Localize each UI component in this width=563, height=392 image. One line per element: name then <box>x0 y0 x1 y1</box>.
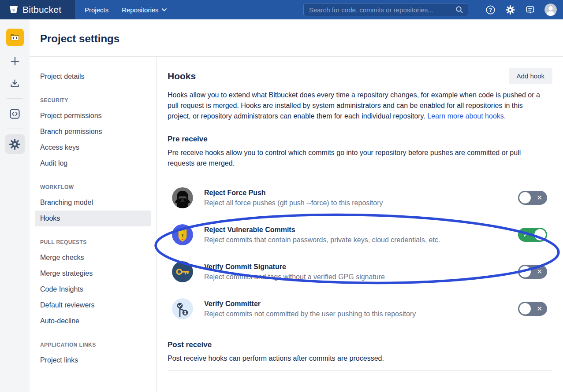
hook-title: Verify Committer <box>204 299 416 309</box>
sidebar-item-branch-permissions[interactable]: Branch permissions <box>35 124 151 140</box>
sidebar-section-security: SECURITY <box>30 93 157 108</box>
settings-sidebar: Project details SECURITY Project permiss… <box>30 57 157 392</box>
sidebar-item-hooks[interactable]: Hooks <box>35 211 151 226</box>
brand-name: Bitbucket <box>22 4 61 15</box>
nav-repositories[interactable]: Repositories <box>122 6 166 14</box>
hook-row-reject-vulnerable-commits: Reject Vulnerable Commits Reject commits… <box>168 216 552 253</box>
sidebar-section-pull-requests: PULL REQUESTS <box>30 235 157 250</box>
toggle-state-icon: ✕ <box>537 268 542 276</box>
global-search[interactable] <box>303 3 468 16</box>
user-avatar[interactable] <box>544 4 557 16</box>
key-avatar <box>172 261 193 282</box>
rail-divider <box>7 129 23 129</box>
nav-projects[interactable]: Projects <box>85 6 108 14</box>
toggle-knob <box>519 303 531 314</box>
gear-icon[interactable] <box>505 4 515 15</box>
sidebar-item-branching-model[interactable]: Branching model <box>35 195 151 211</box>
bitbucket-logo[interactable]: Bitbucket <box>0 0 75 19</box>
sidebar-divider <box>157 57 157 392</box>
icon-rail <box>0 19 30 392</box>
plus-icon[interactable] <box>5 52 25 71</box>
sidebar-item-audit-log[interactable]: Audit log <box>35 155 151 171</box>
pre-receive-hook-list: Reject Force Push Reject all force pushe… <box>168 179 552 327</box>
hook-title: Reject Vulnerable Commits <box>204 225 440 235</box>
bitbucket-logo-icon <box>9 5 19 15</box>
toggle-knob <box>534 229 546 240</box>
toggle-state-icon: ✕ <box>537 194 542 202</box>
hook-toggle[interactable]: ✕ <box>518 265 547 279</box>
search-icon[interactable] <box>455 6 463 14</box>
feedback-icon[interactable] <box>525 4 535 15</box>
toggle-state-icon: ✓ <box>523 231 529 239</box>
project-avatar-folder-code[interactable] <box>6 29 24 46</box>
sidebar-item-merge-strategies[interactable]: Merge strategies <box>35 266 151 281</box>
hook-description: Reject commits that contain passwords, p… <box>204 235 440 245</box>
hook-description: Reject commits not committed by the user… <box>204 309 416 319</box>
toggle-knob <box>519 192 531 203</box>
sidebar-item-merge-checks[interactable]: Merge checks <box>35 250 151 266</box>
hook-toggle[interactable]: ✕ <box>518 191 547 205</box>
rail-divider <box>7 98 23 99</box>
sidebar-item-project-details[interactable]: Project details <box>35 69 151 85</box>
settings-gear-icon[interactable] <box>5 134 25 154</box>
toggle-state-icon: ✕ <box>537 305 542 313</box>
darth-vader-avatar <box>172 187 193 208</box>
sidebar-item-default-reviewers[interactable]: Default reviewers <box>35 297 151 313</box>
hook-toggle[interactable]: ✓ <box>518 228 547 242</box>
hook-title: Reject Force Push <box>204 188 383 198</box>
hook-description: Reject commits and tags without a verifi… <box>204 272 385 282</box>
pre-receive-description: Pre receive hooks allow you to control w… <box>168 148 542 169</box>
add-hook-button[interactable]: Add hook <box>509 68 552 84</box>
post-receive-divider <box>168 370 552 371</box>
learn-more-link[interactable]: Learn more about hooks. <box>427 112 506 120</box>
svg-text:?: ? <box>488 7 492 13</box>
hooks-title: Hooks <box>168 71 196 81</box>
help-icon[interactable]: ? <box>485 4 496 15</box>
hooks-intro: Hooks allow you to extend what Bitbucket… <box>168 90 542 122</box>
navbar-actions: ? <box>485 0 557 19</box>
primary-nav: Projects Repositories <box>85 6 167 14</box>
hook-row-verify-commit-signature: Verify Commit Signature Reject commits a… <box>168 253 552 290</box>
post-receive-title: Post receive <box>168 340 552 349</box>
hook-description: Reject all force pushes (git push --forc… <box>204 198 383 208</box>
sidebar-section-workflow: WORKFLOW <box>30 180 157 195</box>
hook-row-reject-force-push: Reject Force Push Reject all force pushe… <box>168 179 552 216</box>
sidebar-item-access-keys[interactable]: Access keys <box>35 140 151 155</box>
search-input[interactable] <box>309 6 455 14</box>
download-icon[interactable] <box>5 74 25 93</box>
main-content: Hooks Add hook Hooks allow you to extend… <box>168 56 552 371</box>
sidebar-item-project-links[interactable]: Project links <box>35 352 151 368</box>
page-title: Project settings <box>40 33 119 45</box>
sidebar-item-project-permissions[interactable]: Project permissions <box>35 108 151 124</box>
code-brackets-icon[interactable] <box>5 104 25 123</box>
post-receive-description: Post receive hooks can perform actions a… <box>168 353 542 364</box>
sidebar-item-auto-decline[interactable]: Auto-decline <box>35 313 151 329</box>
toggle-knob <box>519 266 531 277</box>
hook-row-verify-committer: Verify Committer Reject commits not comm… <box>168 290 552 327</box>
sidebar-section-application-links: APPLICATION LINKS <box>30 337 157 352</box>
shield-avatar <box>172 224 193 245</box>
chevron-down-icon <box>162 8 167 11</box>
sidebar-item-code-insights[interactable]: Code Insights <box>35 281 151 297</box>
top-navbar: Bitbucket Projects Repositories ? <box>0 0 563 19</box>
hook-title: Verify Commit Signature <box>204 262 385 272</box>
hook-toggle[interactable]: ✕ <box>518 302 547 316</box>
pre-receive-title: Pre receive <box>168 135 552 144</box>
branch-user-avatar <box>172 298 193 319</box>
